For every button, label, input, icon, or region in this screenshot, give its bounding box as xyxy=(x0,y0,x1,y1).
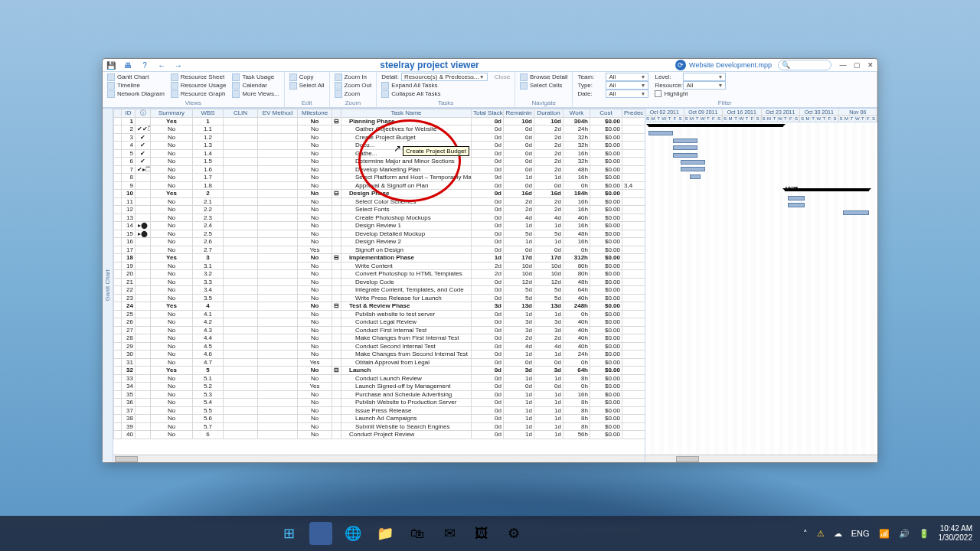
grid-h-scrollbar[interactable] xyxy=(113,455,645,462)
copy-button[interactable]: Copy xyxy=(288,73,326,81)
resource-select[interactable]: All▼ xyxy=(683,81,726,90)
store-icon[interactable]: 🛍 xyxy=(406,522,429,545)
table-row[interactable]: 9No1.8NoApproval & Signoff on Plan0d0d0d… xyxy=(114,181,645,190)
qat-save-icon[interactable]: 💾 xyxy=(106,60,116,70)
expand-all-button[interactable]: Expand All Tasks xyxy=(380,81,511,90)
table-row[interactable]: 31No4.7YesObtain Approval from Legal0d0d… xyxy=(114,358,645,367)
view-sidebar[interactable]: Gantt Chart xyxy=(103,109,113,462)
table-row[interactable]: 40No6NoConduct Project Review0d1d1d56h$0… xyxy=(114,431,645,439)
table-row[interactable]: 14▸⬤No2.4NoDesign Review 10d1d1d16h$0.00 xyxy=(114,222,645,230)
table-row[interactable]: 19No3.1NoWrite Content2d10d10d80h$0.00 xyxy=(114,262,645,270)
gantt-body[interactable]: 10/25 xyxy=(645,122,877,455)
table-row[interactable]: 22No3.4NoIntegrate Content, Templates, a… xyxy=(114,286,645,295)
table-row[interactable]: 3✔No1.2NoCreate Project Budget0d0d2d32h$… xyxy=(114,133,645,142)
column-header[interactable]: ⓘ xyxy=(136,109,151,118)
table-row[interactable]: 4✔No1.3NoDocu...0d0d2d32h$0.00 xyxy=(114,142,645,150)
tray-clock[interactable]: 10:42 AM 1/30/2022 xyxy=(939,524,973,543)
table-row[interactable]: 38No5.6NoLaunch Ad Campaigns0d1d1d8h$0.0… xyxy=(114,415,645,423)
select-all-button[interactable]: Select All xyxy=(288,81,326,90)
table-row[interactable]: 25No4.1NoPublish website to test server0… xyxy=(114,310,645,318)
column-header[interactable]: ID xyxy=(122,109,136,118)
tray-warning-icon[interactable]: ⚠ xyxy=(817,529,825,539)
more-views-button[interactable]: More Views... xyxy=(230,90,280,98)
resource-sheet-button[interactable]: Resource Sheet xyxy=(169,73,228,81)
table-row[interactable]: 33No5.1NoConduct Launch Review0d1d1d8h$0… xyxy=(114,374,645,383)
table-row[interactable]: 7✔▸❐No1.6NoDevelop Marketing Plan0d0d2d4… xyxy=(114,165,645,174)
column-header[interactable]: Task Name xyxy=(341,109,472,118)
tray-volume-icon[interactable]: 🔊 xyxy=(899,529,910,539)
table-row[interactable]: 6✔No1.5NoDetermine Major and Minor Secti… xyxy=(114,158,645,166)
start-button[interactable]: ⊞ xyxy=(277,522,300,545)
column-header[interactable]: Duration xyxy=(534,109,564,118)
select-cells-button[interactable]: Select Cells xyxy=(518,81,569,90)
column-header[interactable]: Summary xyxy=(151,109,193,118)
table-row[interactable]: 13No2.3NoCreate Photoshop Mockups0d4d4d4… xyxy=(114,214,645,222)
table-row[interactable]: 11No2.1NoSelect Color Schemes0d2d2d16h$0… xyxy=(114,197,645,206)
table-row[interactable]: 29No4.5NoConduct Second Internal Test0d4… xyxy=(114,342,645,350)
qat-forward-icon[interactable]: → xyxy=(173,60,184,70)
column-header[interactable]: CLIN xyxy=(224,109,258,118)
minimize-button[interactable]: — xyxy=(839,61,847,69)
table-row[interactable]: 21No3.3NoDevelop Code0d12d12d48h$0.00 xyxy=(114,278,645,286)
column-header[interactable]: Predec xyxy=(622,109,645,118)
file-explorer-icon[interactable]: 📁 xyxy=(374,522,397,545)
close-detail-button[interactable]: Close xyxy=(495,73,510,80)
browse-detail-button[interactable]: Browse Detail xyxy=(518,73,569,81)
table-row[interactable]: 20No3.2NoConvert Photoshop to HTML Templ… xyxy=(114,270,645,279)
column-header[interactable] xyxy=(114,109,122,118)
level-select[interactable]: ▼ xyxy=(683,73,726,81)
maximize-button[interactable]: ▢ xyxy=(853,61,861,69)
table-row[interactable]: 12No2.2NoSelect Fonts0d2d2d16h$0.00 xyxy=(114,206,645,214)
table-row[interactable]: 17No2.7YesSignoff on Design0d0d0d0h$0.00 xyxy=(114,246,645,254)
table-row[interactable]: 10Yes2No⊟Design Phase0d16d16d184h$0.00 xyxy=(114,190,645,198)
column-header[interactable]: Remainin xyxy=(504,109,534,118)
table-row[interactable]: 35No5.3NoPurchase and Schedule Advertisi… xyxy=(114,390,645,399)
network-diagram-button[interactable]: Network Diagram xyxy=(106,90,166,98)
close-button[interactable]: ✕ xyxy=(867,61,874,69)
table-row[interactable]: 37No5.5NoIssue Press Release0d1d1d8h$0.0… xyxy=(114,406,645,415)
table-row[interactable]: 1Yes1No⊟Planning Phase0d10d10d304h$0.00 xyxy=(114,117,645,126)
detail-select[interactable]: Resource(s) & Predecess...▼ xyxy=(401,73,488,81)
table-row[interactable]: 18Yes3No⊟Implementation Phase1d17d17d312… xyxy=(114,254,645,262)
column-header[interactable] xyxy=(332,109,341,118)
qat-help-icon[interactable]: ? xyxy=(139,60,150,70)
table-row[interactable]: 30No4.6NoMake Changes from Second Intern… xyxy=(114,350,645,359)
tray-battery-icon[interactable]: 🔋 xyxy=(919,529,929,539)
app-icon[interactable]: 🖼 xyxy=(470,522,493,545)
table-row[interactable]: 32Yes5No⊟Launch0d3d3d64h$0.00 xyxy=(114,367,645,375)
column-header[interactable]: EV Method xyxy=(258,109,298,118)
zoom-out-button[interactable]: Zoom Out xyxy=(333,81,374,90)
tray-chevron-icon[interactable]: ˄ xyxy=(803,529,808,539)
table-row[interactable]: 8No1.7NoSelect Platform and Host – Tempo… xyxy=(114,174,645,182)
zoom-in-button[interactable]: Zoom In xyxy=(333,73,374,81)
task-view-button[interactable] xyxy=(309,522,332,545)
task-usage-button[interactable]: Task Usage xyxy=(230,73,280,81)
table-row[interactable]: 36No5.4NoPublish Website to Production S… xyxy=(114,399,645,407)
table-row[interactable]: 24Yes4No⊟Test & Review Phase3d13d13d248h… xyxy=(114,302,645,311)
column-header[interactable]: WBS xyxy=(193,109,224,118)
table-row[interactable]: 39No5.7NoSubmit Website to Search Engine… xyxy=(114,422,645,431)
highlight-checkbox[interactable]: Highlight xyxy=(653,90,727,98)
table-row[interactable]: 28No4.4NoMake Changes from First Interna… xyxy=(114,334,645,343)
table-row[interactable]: 16No2.6NoDesign Review 20d1d1d16h$0.00 xyxy=(114,238,645,246)
qat-back-icon[interactable]: ← xyxy=(156,60,167,70)
tray-language[interactable]: ENG xyxy=(851,529,870,538)
qat-print-icon[interactable]: 🖶 xyxy=(122,60,133,70)
table-row[interactable]: 34No5.2YesLaunch Signed-off by Managemen… xyxy=(114,383,645,391)
gantt-chart-button[interactable]: Gantt Chart xyxy=(106,73,166,81)
column-header[interactable]: Work xyxy=(564,109,590,118)
table-row[interactable]: 23No3.5NoWrite Press Release for Launch0… xyxy=(114,294,645,302)
table-row[interactable]: 27No4.3NoConduct First Internal Test0d3d… xyxy=(114,326,645,334)
table-row[interactable]: 26No4.2NoConduct Legal Review0d3d3d40h$0… xyxy=(114,318,645,327)
date-select[interactable]: All▼ xyxy=(606,90,648,98)
table-row[interactable]: 2✔✔❐No1.1NoGather Objectives for Website… xyxy=(114,126,645,134)
zoom-button[interactable]: Zoom xyxy=(333,90,374,98)
mail-icon[interactable]: ✉ xyxy=(438,522,461,545)
table-row[interactable]: 15▸⬤No2.5NoDevelop Detailed Mockup0d5d5d… xyxy=(114,230,645,238)
table-row[interactable]: 5✔No1.4NoGathe...0d0d2d16h$0.00 xyxy=(114,149,645,158)
refresh-icon[interactable]: ⟳ xyxy=(675,60,686,70)
search-input[interactable]: 🔍 xyxy=(778,60,831,70)
team-select[interactable]: All▼ xyxy=(606,73,648,81)
calendar-button[interactable]: Calendar xyxy=(230,81,280,90)
timeline-button[interactable]: Timeline xyxy=(106,81,166,90)
